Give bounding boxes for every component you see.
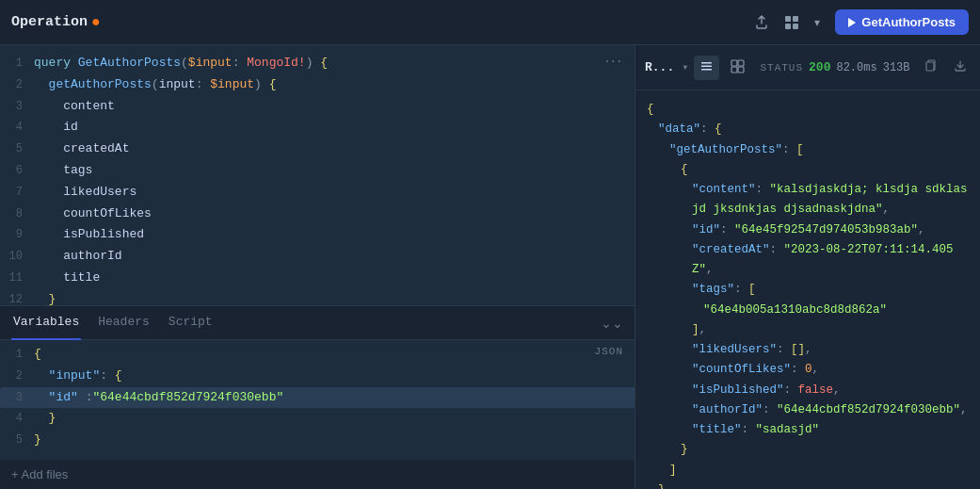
json-line: "authorId": "64e44cbdf852d7924f030ebb", xyxy=(647,400,969,420)
status-code: 200 xyxy=(809,60,830,74)
copy-button[interactable] xyxy=(920,56,940,79)
json-line: "isPublished": false, xyxy=(647,381,969,400)
svg-rect-4 xyxy=(701,62,712,64)
svg-rect-1 xyxy=(793,16,798,22)
right-panel: R... ▾ STATUS 200 82.0ms 313B xyxy=(635,45,980,489)
header-actions: ▾ xyxy=(750,11,824,34)
response-header: R... ▾ STATUS 200 82.0ms 313B xyxy=(635,45,980,90)
svg-rect-3 xyxy=(793,24,798,29)
tab-headers[interactable]: Headers xyxy=(96,306,152,340)
upload-button[interactable] xyxy=(750,11,773,34)
query-editor[interactable]: ··· 1 query GetAuthorPosts($input: Mongo… xyxy=(0,45,635,305)
svg-rect-9 xyxy=(731,67,737,73)
var-line: 5 } xyxy=(0,430,635,451)
editor-line: 7 likedUsers xyxy=(0,182,635,204)
variables-editor[interactable]: JSON 1 { 2 "input": { 3 "id" :"64e44cbdf… xyxy=(0,340,635,460)
svg-rect-2 xyxy=(785,24,791,29)
more-options-button[interactable]: ··· xyxy=(605,53,623,70)
editor-line: 12 } xyxy=(0,289,635,305)
json-line: } xyxy=(647,481,969,489)
table-view-button[interactable] xyxy=(725,56,750,80)
unsaved-dot: ● xyxy=(91,14,101,31)
tab-variables[interactable]: Variables xyxy=(11,306,81,340)
editor-line: 8 countOfLikes xyxy=(0,204,635,225)
add-files-button[interactable]: + Add files xyxy=(0,460,635,489)
json-viewer[interactable]: { "data": { "getAuthorPosts": [ { "conte… xyxy=(635,90,980,489)
json-line: ], xyxy=(647,320,969,340)
editor-line: 10 authorId xyxy=(0,246,635,268)
json-line: "getAuthorPosts": [ xyxy=(647,140,969,160)
json-line: "data": { xyxy=(647,120,969,139)
run-label: GetAuthorPosts xyxy=(861,15,956,29)
svg-rect-5 xyxy=(701,65,712,67)
json-line: "id": "64e45f92547d974053b983ab", xyxy=(647,220,969,240)
editor-line: 1 query GetAuthorPosts($input: MongoId!)… xyxy=(0,53,635,74)
json-line: { xyxy=(647,160,969,180)
svg-rect-0 xyxy=(785,16,791,22)
response-label: R... xyxy=(645,60,674,74)
json-line: ] xyxy=(647,461,969,481)
json-line: "createdAt": "2023-08-22T07:11:14.405Z", xyxy=(647,240,969,281)
var-line: 4 } xyxy=(0,408,635,430)
json-line: "likedUsers": [], xyxy=(647,340,969,360)
json-label: JSON xyxy=(595,346,623,357)
json-line: "countOfLikes": 0, xyxy=(647,360,969,380)
json-line: "tags": [ xyxy=(647,280,969,300)
download-button[interactable] xyxy=(950,56,971,79)
response-size: 313B xyxy=(883,61,910,74)
variables-panel: Variables Headers Script ⌄⌄ JSON 1 { 2 "… xyxy=(0,305,635,489)
json-line: } xyxy=(647,440,969,460)
play-icon xyxy=(848,18,856,27)
editor-line: 9 isPublished xyxy=(0,224,635,246)
json-line: "content": "kalsdjaskdja; klsdja sdklasj… xyxy=(647,180,969,220)
svg-rect-6 xyxy=(701,69,712,71)
response-time: 82.0ms xyxy=(836,61,876,74)
response-chevron-icon: ▾ xyxy=(682,60,688,74)
left-panel: ··· 1 query GetAuthorPosts($input: Mongo… xyxy=(0,45,635,489)
operation-title: Operation xyxy=(11,14,88,30)
grid-button[interactable] xyxy=(780,11,803,34)
var-line-highlighted: 3 "id" :"64e44cbdf852d7924f030ebb" xyxy=(0,387,635,409)
editor-line: 6 tags xyxy=(0,160,635,182)
expand-button[interactable]: ⌄⌄ xyxy=(601,316,623,331)
run-button[interactable]: GetAuthorPosts xyxy=(835,9,969,35)
chevron-down-icon[interactable]: ▾ xyxy=(811,12,824,33)
main-content: ··· 1 query GetAuthorPosts($input: Mongo… xyxy=(0,45,980,489)
editor-line: 11 title xyxy=(0,268,635,289)
tab-script[interactable]: Script xyxy=(167,306,215,340)
editor-line: 5 createdAt xyxy=(0,139,635,160)
editor-line: 4 id xyxy=(0,117,635,139)
json-line: "64e4b005a1310abc8d8d862a" xyxy=(647,301,969,320)
json-line: "title": "sadasjd" xyxy=(647,420,969,440)
json-line: { xyxy=(647,100,969,120)
svg-rect-7 xyxy=(731,60,737,66)
app-header: Operation ● ▾ GetAuthorPosts xyxy=(0,0,980,45)
editor-line: 3 content xyxy=(0,96,635,118)
var-line: 2 "input": { xyxy=(0,366,635,387)
svg-rect-11 xyxy=(926,62,934,71)
var-line: 1 { xyxy=(0,344,635,366)
svg-rect-10 xyxy=(738,67,744,73)
svg-rect-8 xyxy=(738,60,744,66)
variables-tabs: Variables Headers Script ⌄⌄ xyxy=(0,306,635,340)
editor-line: 2 getAuthorPosts(input: $input) { xyxy=(0,74,635,96)
status-label: STATUS xyxy=(760,62,803,73)
list-view-button[interactable] xyxy=(694,56,719,80)
